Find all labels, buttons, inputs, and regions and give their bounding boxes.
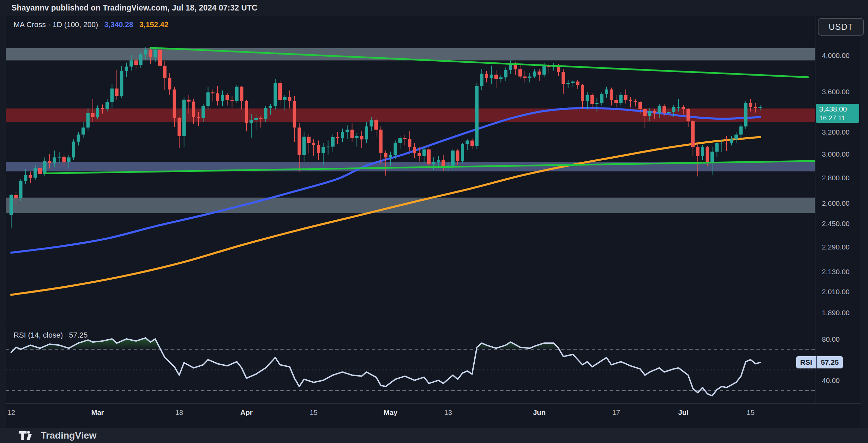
rsi-axis-label: 40.00 [822, 377, 840, 384]
chart-canvas[interactable]: 4,000.003,600.003,200.003,000.002,800.00… [0, 0, 868, 443]
time-axis-label: 17 [612, 408, 620, 416]
price-zone-band [6, 198, 815, 213]
ma100-value: 3,340.28 [104, 20, 133, 29]
quote-currency-label: USDT [829, 22, 853, 32]
ma200-value: 3,152.42 [139, 20, 169, 29]
price-axis-label: 2,450.00 [822, 220, 850, 227]
ma-cross-legend-title: MA Cross · 1D (100, 200) [14, 20, 98, 29]
time-axis-label: 15 [310, 408, 317, 416]
time-axis-label: Jul [678, 408, 688, 416]
rsi-badge-value: 57.25 [817, 356, 843, 368]
price-axis-label: 3,200.00 [822, 128, 850, 136]
price-axis-label: 3,600.00 [822, 88, 850, 96]
time-axis-label: 15 [747, 408, 754, 416]
time-axis-label: May [383, 408, 397, 416]
price-axis-label: 2,130.00 [822, 268, 850, 276]
chart-background [6, 16, 861, 428]
price-axis-label: 2,010.00 [822, 288, 850, 296]
price-axis-label: 2,290.00 [822, 243, 850, 251]
tradingview-snapshot: 4,000.003,600.003,200.003,000.002,800.00… [0, 0, 868, 443]
main-indicator-legend: MA Cross · 1D (100, 200) 3,340.28 3,152.… [14, 20, 169, 29]
footer-bar: TradingView [0, 428, 868, 443]
rsi-legend: RSI (14, close) 57.25 [14, 331, 88, 340]
price-axis-label: 2,800.00 [822, 174, 850, 182]
rsi-value-badge: RSI 57.25 [796, 356, 843, 368]
time-axis-label: Apr [240, 408, 253, 416]
quote-currency-button[interactable]: USDT [818, 18, 864, 36]
rsi-legend-value: 57.25 [69, 331, 88, 340]
time-axis-label: 18 [175, 408, 183, 416]
tradingview-logo-icon [18, 430, 36, 441]
right-margin [861, 16, 868, 428]
last-price-value: 3,438.00 [819, 105, 859, 114]
time-axis-label: Jun [533, 408, 546, 416]
rsi-axis-label: 80.00 [822, 335, 840, 343]
time-axis-label: 12 [7, 408, 15, 416]
top-bar: Shayannv published on TradingView.com, J… [0, 0, 868, 16]
bar-countdown: 16:27:11 [819, 114, 859, 122]
price-axis-label: 2,600.00 [822, 199, 850, 207]
last-price-badge: 3,438.00 16:27:11 [816, 104, 859, 123]
tradingview-brand-text: TradingView [41, 430, 96, 441]
rsi-legend-title: RSI (14, close) [14, 331, 63, 340]
attribution-text: Shayannv published on TradingView.com, J… [12, 3, 257, 13]
time-axis-label: 13 [444, 408, 452, 416]
price-axis-label: 1,890.00 [822, 309, 850, 317]
price-axis-label: 4,000.00 [822, 52, 850, 59]
price-zone-band [6, 108, 815, 122]
rsi-badge-label: RSI [796, 356, 816, 368]
price-axis-label: 3,000.00 [822, 150, 850, 158]
time-axis-label: Mar [91, 408, 104, 416]
